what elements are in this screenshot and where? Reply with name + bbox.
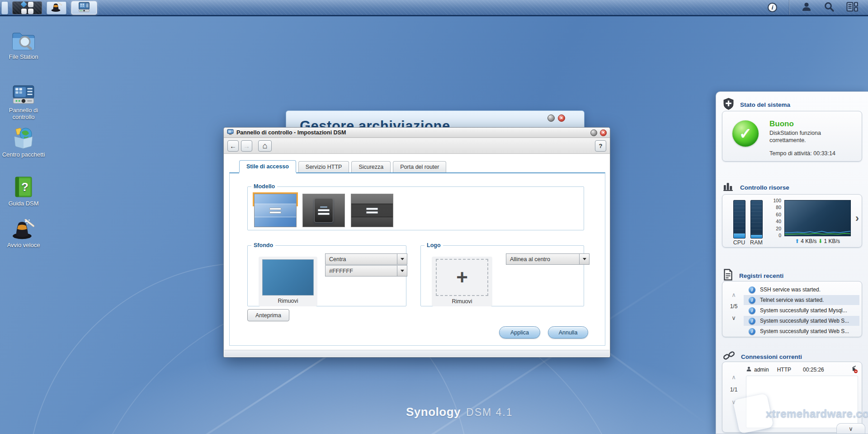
- magic-hat-icon: [51, 2, 62, 14]
- logs-page-up-chevron[interactable]: ∧: [731, 291, 736, 298]
- desktop-icon-dsm-help[interactable]: ? Guida DSM: [0, 173, 47, 207]
- desktop-icon-file-station[interactable]: File Station: [0, 26, 47, 60]
- system-info-icon[interactable]: i: [768, 3, 777, 12]
- watermark-text: xtremehardware.com: [766, 407, 868, 420]
- cancel-button[interactable]: Annulla: [548, 326, 588, 339]
- pilot-view-icon[interactable]: [846, 2, 858, 14]
- modello-legend: Modello: [251, 183, 277, 190]
- minimize-button[interactable]: [547, 114, 555, 122]
- tab-servizio-http[interactable]: Servizio HTTP: [298, 161, 349, 172]
- tab-sicurezza[interactable]: Sicurezza: [351, 161, 391, 172]
- tab-content: Modello: [229, 172, 605, 346]
- desktop-icon-label: Pannello di controllo: [0, 107, 47, 120]
- taskbar-separator: [789, 0, 789, 15]
- tab-porta-del-router[interactable]: Porta del router: [393, 161, 446, 172]
- desktop-icon-control-panel[interactable]: Pannello di controllo: [0, 80, 47, 120]
- home-button[interactable]: ⌂: [258, 140, 272, 152]
- network-graph: [784, 200, 851, 236]
- ram-label: RAM: [747, 239, 765, 246]
- desktop-icon-label: Avvio veloce: [0, 242, 47, 248]
- control-panel-icon: [0, 80, 47, 105]
- expand-resource-monitor-chevron[interactable]: ›: [855, 212, 859, 224]
- connections-page-indicator: 1/1: [730, 386, 738, 393]
- background-remove-link[interactable]: Rimuovi: [259, 298, 317, 304]
- logo-legend: Logo: [425, 242, 443, 248]
- chevron-down-icon: [579, 254, 589, 264]
- connection-protocol: HTTP: [777, 367, 791, 373]
- logs-page-down-chevron[interactable]: ∨: [731, 315, 736, 321]
- download-arrow-icon: ⬇: [818, 238, 823, 244]
- log-row: i System successfully started Web S...: [744, 326, 859, 336]
- bar-chart-icon: [723, 181, 734, 193]
- help-icon: ?: [599, 143, 603, 149]
- back-button[interactable]: ←: [227, 140, 239, 152]
- desktop-icon-label: File Station: [0, 53, 47, 60]
- forward-icon: →: [243, 142, 250, 150]
- system-status-card: ✓ Buono DiskStation funziona correttamen…: [722, 111, 862, 162]
- upload-arrow-icon: ⬆: [795, 238, 799, 244]
- logo-upload-dropzone[interactable]: +: [436, 259, 488, 296]
- background-thumbnail[interactable]: [262, 259, 314, 296]
- search-icon[interactable]: [824, 1, 835, 14]
- login-template-preview: [314, 198, 333, 223]
- background-color-select[interactable]: #FFFFFF: [325, 265, 407, 277]
- logo-remove-link[interactable]: Rimuovi: [432, 298, 492, 305]
- widgets-panel: Stato del sistema ✓ Buono DiskStation fu…: [716, 91, 868, 434]
- desktop-icon-label: Centro pacchetti: [0, 151, 47, 158]
- template-thumbnail-3[interactable]: [302, 194, 345, 227]
- control-panel-taskbar-button[interactable]: [71, 1, 97, 14]
- close-button[interactable]: ✕: [558, 114, 565, 122]
- quick-launch-hat-icon: [0, 215, 47, 240]
- info-icon: i: [749, 286, 755, 293]
- template-thumbnail-4[interactable]: [351, 194, 393, 227]
- plus-icon: +: [456, 268, 468, 286]
- recent-logs-card: ∧ 1/5 ∨ i SSH service was started. i Tel…: [722, 281, 862, 337]
- logo-align-select[interactable]: Allinea al centro: [506, 253, 590, 265]
- status-uptime: Tempo di attività: 00:33:14: [769, 150, 835, 157]
- connections-page-up-chevron[interactable]: ∧: [731, 374, 736, 381]
- logo-upload-backing: + Rimuovi: [432, 257, 492, 306]
- connection-row: admin HTTP 00:25:26: [746, 365, 858, 374]
- preview-button[interactable]: Anteprima: [247, 309, 289, 321]
- svg-text:?: ?: [21, 180, 28, 194]
- collapse-panel-tab[interactable]: ∨: [836, 423, 865, 434]
- dialog-title: Pannello di controllo - Impostazioni DSM: [236, 129, 588, 136]
- background-position-select[interactable]: Centra: [325, 253, 407, 265]
- network-throughput: ⬆ 4 KB/s ⬇ 1 KB/s: [781, 238, 854, 244]
- template-thumbnail-2[interactable]: [254, 194, 297, 227]
- dsm-brand: Synology DSM 4.1: [406, 405, 513, 419]
- quick-launch-taskbar-button[interactable]: [47, 1, 66, 14]
- user-icon[interactable]: [801, 1, 812, 14]
- shield-icon: [723, 98, 734, 112]
- help-button[interactable]: ?: [595, 140, 606, 152]
- system-status-title: Stato del sistema: [740, 101, 790, 108]
- cpu-label: CPU: [730, 239, 748, 246]
- info-icon: i: [749, 328, 755, 335]
- dialog-toolbar: ← → ⌂ ?: [224, 138, 610, 154]
- resource-monitor-card: CPU RAM 10080 6040 200 ⬆ 4 KB/s ⬇ 1 KB/s…: [722, 194, 862, 248]
- info-icon: i: [749, 297, 755, 304]
- dialog-close-button[interactable]: ✕: [600, 129, 607, 136]
- dialog-tabs: Stile di accesso Servizio HTTP Sicurezza…: [239, 161, 448, 172]
- back-icon: ←: [230, 142, 236, 150]
- tab-stile-di-accesso[interactable]: Stile di accesso: [239, 160, 296, 172]
- forward-button[interactable]: →: [241, 140, 252, 152]
- resource-monitor-title: Controllo risorse: [740, 184, 789, 191]
- file-station-icon: [0, 26, 47, 52]
- login-template-preview: [255, 204, 296, 217]
- desktop-icon-package-center[interactable]: Centro pacchetti: [0, 124, 47, 158]
- disconnect-icon[interactable]: [849, 365, 858, 375]
- dialog-minimize-button[interactable]: [590, 129, 597, 136]
- dialog-footer: [224, 350, 609, 357]
- status-value: Buono: [769, 119, 794, 129]
- apply-button[interactable]: Applica: [499, 326, 540, 339]
- dsm-help-book-icon: ?: [0, 173, 47, 198]
- modello-fieldset: Modello: [247, 183, 584, 230]
- log-row: i Telnet service was started.: [744, 295, 859, 305]
- dsm-settings-dialog: Pannello di controllo - Impostazioni DSM…: [223, 127, 610, 358]
- main-menu-button[interactable]: [12, 1, 42, 14]
- show-desktop-button[interactable]: [1, 1, 8, 14]
- recent-logs-title: Registri recenti: [739, 272, 783, 279]
- dialog-titlebar[interactable]: Pannello di controllo - Impostazioni DSM…: [224, 128, 610, 138]
- desktop-icon-quick-launch[interactable]: Avvio veloce: [0, 215, 47, 248]
